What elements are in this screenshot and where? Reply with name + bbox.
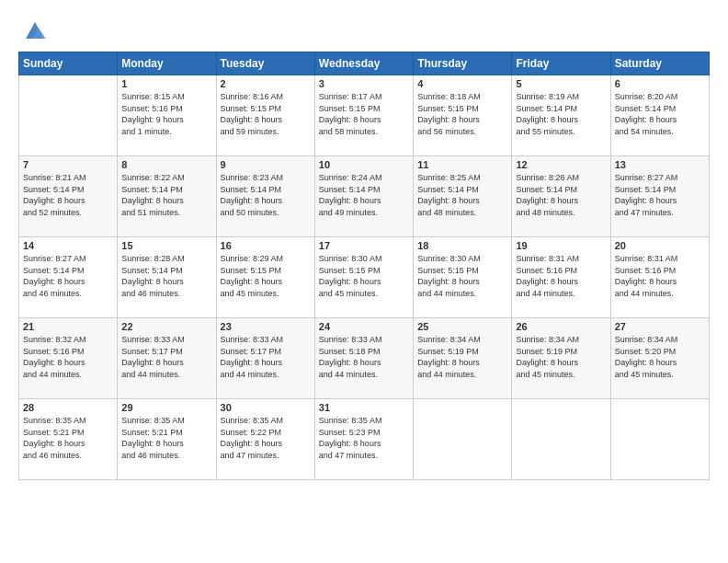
day-number: 16: [221, 240, 311, 251]
day-cell: 25Sunrise: 8:34 AM Sunset: 5:19 PM Dayli…: [414, 318, 512, 399]
day-cell: 23Sunrise: 8:33 AM Sunset: 5:17 PM Dayli…: [216, 318, 314, 399]
day-info: Sunrise: 8:35 AM Sunset: 5:21 PM Dayligh…: [23, 415, 113, 461]
day-cell: 5Sunrise: 8:19 AM Sunset: 5:14 PM Daylig…: [512, 75, 610, 156]
day-cell: 2Sunrise: 8:16 AM Sunset: 5:15 PM Daylig…: [216, 75, 314, 156]
day-info: Sunrise: 8:27 AM Sunset: 5:14 PM Dayligh…: [615, 172, 705, 218]
day-number: 28: [23, 402, 113, 413]
day-info: Sunrise: 8:33 AM Sunset: 5:17 PM Dayligh…: [221, 334, 311, 380]
day-cell: 14Sunrise: 8:27 AM Sunset: 5:14 PM Dayli…: [19, 237, 118, 318]
day-info: Sunrise: 8:21 AM Sunset: 5:14 PM Dayligh…: [23, 172, 113, 218]
day-number: 3: [319, 78, 409, 89]
day-cell: 18Sunrise: 8:30 AM Sunset: 5:15 PM Dayli…: [414, 237, 512, 318]
day-cell: 3Sunrise: 8:17 AM Sunset: 5:15 PM Daylig…: [314, 75, 413, 156]
day-number: 21: [23, 321, 113, 332]
day-cell: 20Sunrise: 8:31 AM Sunset: 5:16 PM Dayli…: [610, 237, 709, 318]
day-number: 25: [417, 321, 507, 332]
day-number: 24: [319, 321, 409, 332]
day-info: Sunrise: 8:35 AM Sunset: 5:23 PM Dayligh…: [319, 415, 409, 461]
day-cell: 19Sunrise: 8:31 AM Sunset: 5:16 PM Dayli…: [512, 237, 610, 318]
day-number: 6: [615, 78, 705, 89]
day-cell: 7Sunrise: 8:21 AM Sunset: 5:14 PM Daylig…: [19, 156, 118, 237]
weekday-header-row: SundayMondayTuesdayWednesdayThursdayFrid…: [19, 52, 710, 75]
day-number: 26: [516, 321, 606, 332]
day-number: 2: [221, 78, 311, 89]
week-row-1: 1Sunrise: 8:15 AM Sunset: 5:16 PM Daylig…: [19, 75, 710, 156]
day-number: 1: [121, 78, 211, 89]
day-cell: 22Sunrise: 8:33 AM Sunset: 5:17 PM Dayli…: [118, 318, 216, 399]
day-number: 31: [319, 402, 409, 413]
day-info: Sunrise: 8:16 AM Sunset: 5:15 PM Dayligh…: [221, 91, 311, 137]
day-info: Sunrise: 8:31 AM Sunset: 5:16 PM Dayligh…: [516, 253, 606, 299]
day-cell: 27Sunrise: 8:34 AM Sunset: 5:20 PM Dayli…: [610, 318, 709, 399]
day-number: 17: [319, 240, 409, 251]
day-cell: [512, 399, 610, 480]
day-info: Sunrise: 8:27 AM Sunset: 5:14 PM Dayligh…: [23, 253, 113, 299]
day-number: 12: [516, 159, 606, 170]
day-cell: 21Sunrise: 8:32 AM Sunset: 5:16 PM Dayli…: [19, 318, 118, 399]
day-info: Sunrise: 8:23 AM Sunset: 5:14 PM Dayligh…: [221, 172, 311, 218]
day-info: Sunrise: 8:31 AM Sunset: 5:16 PM Dayligh…: [615, 253, 705, 299]
logo-icon: [22, 17, 48, 42]
day-info: Sunrise: 8:33 AM Sunset: 5:17 PM Dayligh…: [121, 334, 211, 380]
day-cell: 8Sunrise: 8:22 AM Sunset: 5:14 PM Daylig…: [118, 156, 216, 237]
day-cell: 10Sunrise: 8:24 AM Sunset: 5:14 PM Dayli…: [314, 156, 413, 237]
day-number: 5: [516, 78, 606, 89]
day-cell: 11Sunrise: 8:25 AM Sunset: 5:14 PM Dayli…: [414, 156, 512, 237]
day-info: Sunrise: 8:29 AM Sunset: 5:15 PM Dayligh…: [221, 253, 311, 299]
day-number: 29: [121, 402, 211, 413]
week-row-5: 28Sunrise: 8:35 AM Sunset: 5:21 PM Dayli…: [19, 399, 710, 480]
day-info: Sunrise: 8:19 AM Sunset: 5:14 PM Dayligh…: [516, 91, 606, 137]
week-row-3: 14Sunrise: 8:27 AM Sunset: 5:14 PM Dayli…: [19, 237, 710, 318]
day-info: Sunrise: 8:32 AM Sunset: 5:16 PM Dayligh…: [23, 334, 113, 380]
day-cell: 26Sunrise: 8:34 AM Sunset: 5:19 PM Dayli…: [512, 318, 610, 399]
day-cell: 28Sunrise: 8:35 AM Sunset: 5:21 PM Dayli…: [19, 399, 118, 480]
weekday-monday: Monday: [118, 52, 216, 75]
day-cell: [610, 399, 709, 480]
day-info: Sunrise: 8:35 AM Sunset: 5:22 PM Dayligh…: [221, 415, 311, 461]
day-cell: 12Sunrise: 8:26 AM Sunset: 5:14 PM Dayli…: [512, 156, 610, 237]
weekday-friday: Friday: [512, 52, 610, 75]
day-cell: 4Sunrise: 8:18 AM Sunset: 5:15 PM Daylig…: [414, 75, 512, 156]
day-number: 22: [121, 321, 211, 332]
day-number: 20: [615, 240, 705, 251]
weekday-saturday: Saturday: [610, 52, 709, 75]
day-cell: 17Sunrise: 8:30 AM Sunset: 5:15 PM Dayli…: [314, 237, 413, 318]
day-info: Sunrise: 8:30 AM Sunset: 5:15 PM Dayligh…: [319, 253, 409, 299]
day-info: Sunrise: 8:35 AM Sunset: 5:21 PM Dayligh…: [121, 415, 211, 461]
week-row-2: 7Sunrise: 8:21 AM Sunset: 5:14 PM Daylig…: [19, 156, 710, 237]
day-number: 15: [121, 240, 211, 251]
day-cell: 6Sunrise: 8:20 AM Sunset: 5:14 PM Daylig…: [610, 75, 709, 156]
day-info: Sunrise: 8:33 AM Sunset: 5:18 PM Dayligh…: [319, 334, 409, 380]
day-number: 27: [615, 321, 705, 332]
day-info: Sunrise: 8:34 AM Sunset: 5:19 PM Dayligh…: [516, 334, 606, 380]
day-number: 14: [23, 240, 113, 251]
day-number: 18: [417, 240, 507, 251]
day-cell: 1Sunrise: 8:15 AM Sunset: 5:16 PM Daylig…: [118, 75, 216, 156]
day-cell: 13Sunrise: 8:27 AM Sunset: 5:14 PM Dayli…: [610, 156, 709, 237]
day-cell: 9Sunrise: 8:23 AM Sunset: 5:14 PM Daylig…: [216, 156, 314, 237]
day-number: 13: [615, 159, 705, 170]
day-info: Sunrise: 8:17 AM Sunset: 5:15 PM Dayligh…: [319, 91, 409, 137]
day-cell: 24Sunrise: 8:33 AM Sunset: 5:18 PM Dayli…: [314, 318, 413, 399]
day-info: Sunrise: 8:22 AM Sunset: 5:14 PM Dayligh…: [121, 172, 211, 218]
day-info: Sunrise: 8:20 AM Sunset: 5:14 PM Dayligh…: [615, 91, 705, 137]
day-number: 10: [319, 159, 409, 170]
day-cell: 15Sunrise: 8:28 AM Sunset: 5:14 PM Dayli…: [118, 237, 216, 318]
weekday-sunday: Sunday: [19, 52, 118, 75]
logo: [18, 17, 48, 42]
day-info: Sunrise: 8:34 AM Sunset: 5:19 PM Dayligh…: [417, 334, 507, 380]
day-number: 11: [417, 159, 507, 170]
day-number: 4: [417, 78, 507, 89]
day-number: 19: [516, 240, 606, 251]
day-info: Sunrise: 8:34 AM Sunset: 5:20 PM Dayligh…: [615, 334, 705, 380]
day-number: 7: [23, 159, 113, 170]
day-number: 23: [221, 321, 311, 332]
day-number: 30: [221, 402, 311, 413]
day-cell: [19, 75, 118, 156]
day-info: Sunrise: 8:15 AM Sunset: 5:16 PM Dayligh…: [121, 91, 211, 137]
day-cell: [414, 399, 512, 480]
day-cell: 16Sunrise: 8:29 AM Sunset: 5:15 PM Dayli…: [216, 237, 314, 318]
weekday-tuesday: Tuesday: [216, 52, 314, 75]
page: SundayMondayTuesdayWednesdayThursdayFrid…: [0, 0, 728, 563]
day-cell: 29Sunrise: 8:35 AM Sunset: 5:21 PM Dayli…: [118, 399, 216, 480]
